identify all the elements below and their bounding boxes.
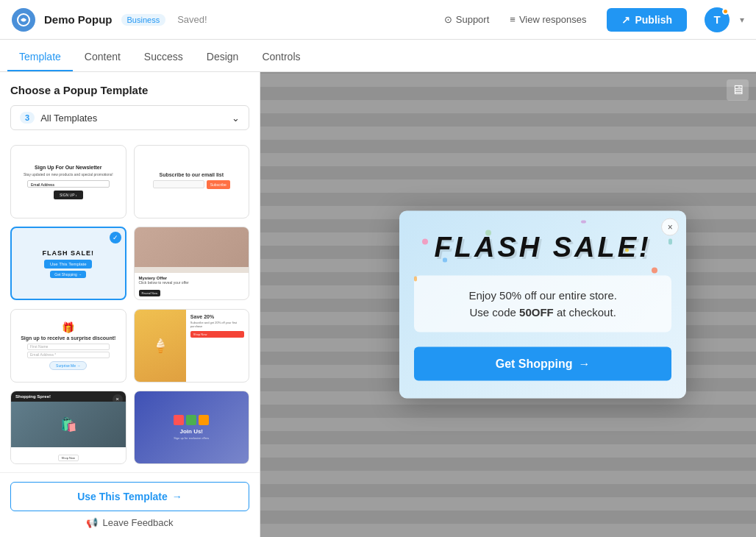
- popup-top-section: FLASH SALE!: [399, 211, 686, 276]
- use-template-button[interactable]: Use This Template →: [10, 482, 249, 511]
- notification-dot: [722, 8, 729, 15]
- card-first-name: First Name: [27, 344, 110, 350]
- template-grid: Sign Up For Our Newsletter Stay updated …: [0, 138, 260, 472]
- card-form: Subscribe: [153, 180, 230, 189]
- selected-checkmark: ✓: [110, 232, 121, 243]
- share-icon: ↗: [621, 14, 630, 26]
- question-icon: ⊙: [444, 14, 452, 25]
- leave-feedback-link[interactable]: 📢 Leave Feedback: [10, 517, 249, 528]
- mystery-text-area: Mystery Offer Click below to reveal your…: [135, 273, 249, 299]
- use-template-label: Use This Template: [77, 491, 168, 502]
- template-card-save20[interactable]: 🍦 Save 20% Subscribe and get 20% off you…: [134, 309, 250, 383]
- card-surprise-btn: Surprise Me →: [49, 361, 87, 370]
- sidebar-header: Choose a Popup Template 3 All Templates …: [0, 72, 260, 138]
- tab-template[interactable]: Template: [7, 43, 73, 71]
- card-title: Sign up to receive a surprise discount!: [21, 335, 115, 341]
- popup-cta-button[interactable]: Get Shopping →: [414, 347, 671, 381]
- publish-button[interactable]: ↗ Publish: [607, 8, 687, 32]
- card-image-side: 🍦: [135, 310, 186, 382]
- card-header: Shopping Spree!: [11, 391, 126, 402]
- card-title: Join Us!: [179, 428, 203, 435]
- template-card-subscribe[interactable]: Subscribe to our email list Subscribe: [134, 145, 250, 218]
- card-sub: Sign up for exclusive offers: [174, 436, 209, 440]
- template-card-flashsale[interactable]: ✓ FLASH SALE! Use This Template Get Shop…: [10, 227, 126, 300]
- sidebar: Choose a Popup Template 3 All Templates …: [0, 72, 260, 537]
- avatar[interactable]: T: [705, 7, 730, 32]
- main-layout: Choose a Popup Template 3 All Templates …: [0, 72, 756, 537]
- close-icon: ×: [668, 222, 673, 232]
- popup-modal: × FLASH SALE! Enjoy 50% off our entire s…: [399, 211, 686, 399]
- tab-controls[interactable]: Controls: [250, 43, 312, 71]
- popup-body-text: Enjoy 50% off our entire store. Use code…: [426, 288, 660, 321]
- leave-feedback-label: Leave Feedback: [102, 517, 173, 528]
- app-logo: [12, 8, 35, 32]
- card-image: 🛍️: [11, 402, 126, 447]
- mystery-bg-image: [135, 227, 249, 267]
- list-icon: ≡: [510, 14, 516, 25]
- popup-body: Enjoy 50% off our entire store. Use code…: [414, 276, 671, 332]
- app-title: Demo Popup: [44, 13, 113, 26]
- card-text-side: Save 20% Subscribe and get 20% off your …: [186, 310, 249, 382]
- saved-status: Saved!: [177, 14, 207, 25]
- card-btn: SIGN UP ›: [54, 191, 83, 199]
- sidebar-footer: Use This Template → 📢 Leave Feedback: [0, 472, 260, 537]
- chevron-down-icon: ▾: [740, 15, 744, 25]
- plan-badge: Business: [121, 14, 166, 26]
- card-title: Sign Up For Our Newsletter: [35, 165, 101, 170]
- arrow-icon: →: [172, 491, 182, 502]
- support-label: Support: [456, 14, 490, 25]
- support-link[interactable]: ⊙ Support: [444, 14, 490, 25]
- card-title: Subscribe to our email list: [159, 172, 224, 177]
- cta-label: Get Shopping: [496, 358, 573, 371]
- main-preview: 🖥 × FLASH SALE! Enjoy: [260, 72, 756, 537]
- megaphone-icon: 📢: [86, 517, 98, 528]
- template-card-shopping-spree[interactable]: × Shopping Spree! 🛍️ Shop Now: [10, 391, 126, 464]
- tab-success[interactable]: Success: [132, 43, 195, 71]
- desktop-view-icon[interactable]: 🖥: [727, 79, 749, 101]
- card-input: Email Address: [27, 180, 110, 188]
- card-get-btn: Get Shopping →: [50, 271, 86, 278]
- tab-design[interactable]: Design: [195, 43, 251, 71]
- template-card-joinus[interactable]: Join Us! Sign up for exclusive offers: [134, 391, 250, 464]
- card-flash-title: FLASH SALE!: [43, 249, 95, 257]
- tab-content[interactable]: Content: [73, 43, 132, 71]
- chevron-down-icon: ⌄: [232, 113, 240, 124]
- filter-label: All Templates: [40, 113, 97, 124]
- card-use-btn[interactable]: Use This Template: [44, 260, 92, 268]
- popup-flash-sale-title: FLASH SALE!: [421, 233, 664, 261]
- view-responses-link[interactable]: ≡ View responses: [510, 14, 586, 25]
- template-card-surprise[interactable]: 🎁 Sign up to receive a surprise discount…: [10, 309, 126, 383]
- template-card-newsletter[interactable]: Sign Up For Our Newsletter Stay updated …: [10, 145, 126, 218]
- card-sub: Stay updated on new products and special…: [24, 172, 113, 177]
- card-icons: [174, 415, 209, 425]
- nav-tabs: Template Content Success Design Controls: [0, 40, 756, 72]
- template-card-mystery[interactable]: Mystery Offer Click below to reveal your…: [134, 227, 250, 300]
- view-responses-label: View responses: [519, 14, 587, 25]
- cta-arrow-icon: →: [579, 358, 591, 371]
- template-count-badge: 3: [20, 112, 35, 124]
- template-filter-dropdown[interactable]: 3 All Templates ⌄: [10, 105, 249, 130]
- sidebar-title: Choose a Popup Template: [10, 84, 249, 96]
- card-footer: Shop Now: [11, 447, 126, 463]
- app-header: Demo Popup Business Saved! ⊙ Support ≡ V…: [0, 0, 756, 40]
- popup-close-button[interactable]: ×: [661, 218, 679, 236]
- card-email: Email Address *: [27, 352, 110, 358]
